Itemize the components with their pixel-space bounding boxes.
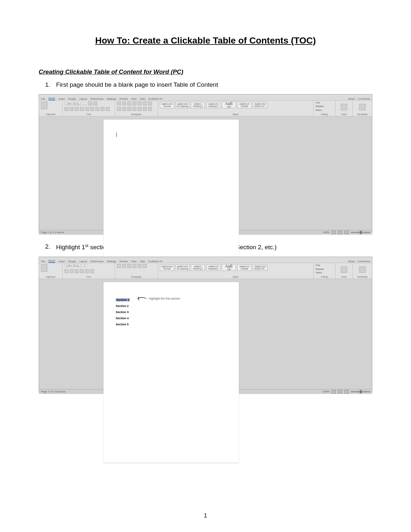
style-nospacing[interactable]: AaBbCcDdNo Spacing	[175, 264, 190, 271]
replace-button[interactable]: Replace	[316, 105, 333, 107]
section-5-text[interactable]: Section 5	[116, 321, 130, 328]
view-print-icon[interactable]	[338, 390, 342, 394]
justify-icon[interactable]	[132, 107, 136, 111]
tab-design[interactable]: Design	[68, 260, 76, 263]
align-center-icon[interactable]	[122, 107, 126, 111]
align-left-icon[interactable]	[127, 264, 131, 268]
tab-review[interactable]: Review	[119, 260, 128, 263]
sensitivity-icon[interactable]	[359, 104, 366, 110]
zoom-slider[interactable]	[351, 232, 370, 233]
numbering-icon[interactable]	[122, 102, 126, 105]
show-marks-icon[interactable]	[148, 102, 152, 105]
bullets-icon[interactable]	[117, 264, 121, 268]
tab-file[interactable]: File	[41, 260, 45, 263]
replace-button[interactable]: Replace	[316, 268, 333, 270]
bullets-icon[interactable]	[117, 102, 121, 105]
section-4-text[interactable]: Section 4	[116, 315, 130, 321]
highlight-icon[interactable]	[101, 107, 104, 111]
underline-icon[interactable]	[75, 107, 79, 111]
line-spacing-icon[interactable]	[138, 107, 142, 111]
underline-icon[interactable]	[75, 269, 79, 273]
show-marks-icon[interactable]	[143, 264, 147, 268]
find-button[interactable]: Find	[316, 102, 333, 104]
zoom-slider[interactable]	[351, 391, 370, 392]
grow-font-icon[interactable]	[88, 102, 92, 105]
tab-mailings[interactable]: Mailings	[107, 98, 116, 100]
view-web-icon[interactable]	[344, 231, 349, 234]
style-heading2[interactable]: AaBbCcDHeading 2	[206, 102, 220, 108]
section-1-highlighted[interactable]: Section 1	[116, 298, 130, 301]
multilevel-icon[interactable]	[127, 102, 131, 105]
shrink-font-icon[interactable]	[93, 102, 97, 105]
style-normal[interactable]: AaBbCcDdNormal	[160, 264, 174, 271]
superscript-icon[interactable]	[90, 107, 94, 111]
numbering-icon[interactable]	[122, 264, 126, 268]
find-button[interactable]: Find	[316, 264, 333, 266]
style-heading1[interactable]: AaBbCcHeading 1	[191, 264, 205, 271]
view-readmode-icon[interactable]	[331, 231, 336, 234]
tab-design[interactable]: Design	[68, 98, 76, 100]
tab-endnote[interactable]: EndNote X9	[148, 98, 162, 100]
font-color-icon[interactable]	[106, 107, 110, 111]
font-color-icon[interactable]	[90, 269, 94, 273]
outdent-icon[interactable]	[132, 102, 136, 105]
font-size-box[interactable]: 11	[82, 102, 87, 105]
align-center-icon[interactable]	[132, 264, 136, 268]
content-page[interactable]: Section 1 Section 2 Section 3 Section 4 …	[103, 282, 239, 463]
italic-icon[interactable]	[70, 107, 73, 111]
style-heading2[interactable]: AaBbCcDHeading 2	[206, 264, 220, 271]
dictate-icon[interactable]	[341, 266, 347, 273]
style-subtitle[interactable]: AaBbCcDSubtitle	[237, 102, 251, 108]
italic-icon[interactable]	[70, 269, 73, 273]
text-effects-icon[interactable]	[95, 107, 99, 111]
section-2-text[interactable]: Section 2	[116, 303, 130, 309]
style-title[interactable]: AaBTitle	[222, 264, 236, 271]
style-heading1[interactable]: AaBbCcHeading 1	[191, 102, 205, 108]
font-size-box[interactable]: 11	[82, 264, 87, 267]
shading-icon[interactable]	[143, 107, 147, 111]
sensitivity-icon[interactable]	[359, 266, 366, 273]
font-name-box[interactable]: Calibri (Body)	[64, 264, 81, 267]
sort-icon[interactable]	[143, 102, 147, 105]
tab-home[interactable]: Home	[48, 97, 55, 100]
style-subtitle[interactable]: AaBbCcDSubtitle	[237, 264, 251, 271]
tab-view[interactable]: View	[131, 260, 137, 263]
style-subtleem[interactable]: AaBbCcDdSubtle Em...	[253, 264, 268, 271]
tab-layout[interactable]: Layout	[79, 260, 87, 263]
bold-icon[interactable]	[64, 269, 68, 273]
align-left-icon[interactable]	[117, 107, 121, 111]
select-button[interactable]: Select	[316, 109, 333, 111]
tab-help[interactable]: Help	[140, 98, 145, 100]
view-web-icon[interactable]	[344, 390, 349, 394]
bold-icon[interactable]	[64, 107, 68, 111]
tab-layout[interactable]: Layout	[79, 98, 87, 100]
tab-review[interactable]: Review	[119, 98, 128, 100]
tab-references[interactable]: References	[90, 260, 103, 263]
share-button[interactable]: Share	[348, 260, 355, 263]
style-nospacing[interactable]: AaBbCcDdNo Spacing	[175, 102, 190, 108]
subscript-icon[interactable]	[85, 107, 89, 111]
share-button[interactable]: Share	[348, 98, 355, 100]
view-print-icon[interactable]	[338, 231, 342, 234]
borders-icon[interactable]	[148, 107, 152, 111]
paste-icon[interactable]	[41, 102, 47, 109]
strike-icon[interactable]	[80, 269, 84, 273]
comments-button[interactable]: Comments	[357, 260, 370, 263]
font-name-box[interactable]: Calibri (Body)	[64, 102, 81, 105]
comments-button[interactable]: Comments	[357, 98, 370, 100]
section-3-text[interactable]: Section 3	[116, 309, 130, 315]
highlight-icon[interactable]	[85, 269, 89, 273]
tab-insert[interactable]: Insert	[58, 260, 65, 263]
tab-endnote[interactable]: EndNote X9	[148, 260, 162, 263]
tab-view[interactable]: View	[131, 98, 137, 100]
tab-help[interactable]: Help	[140, 260, 145, 263]
style-normal[interactable]: AaBbCcDdNormal	[160, 102, 174, 108]
align-right-icon[interactable]	[127, 107, 131, 111]
document-canvas[interactable]	[39, 116, 372, 230]
style-subtleem[interactable]: AaBbCcDdSubtle Em...	[253, 102, 268, 108]
style-title[interactable]: AaBTitle	[222, 102, 236, 108]
view-readmode-icon[interactable]	[331, 390, 336, 394]
tab-mailings[interactable]: Mailings	[107, 260, 116, 263]
sort-icon[interactable]	[138, 264, 142, 268]
tab-home[interactable]: Home	[48, 260, 55, 263]
